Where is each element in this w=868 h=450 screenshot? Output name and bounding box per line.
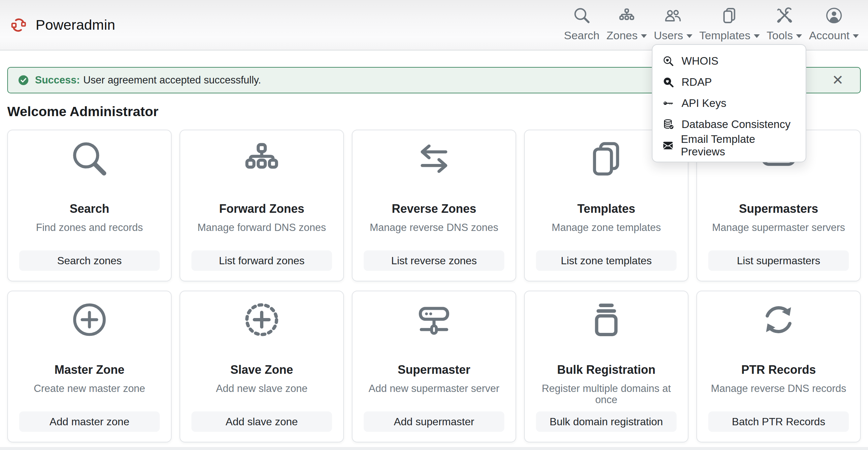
poweradmin-logo-icon [10,16,27,34]
menu-item-email-template-previews[interactable]: Email Template Previews [652,135,806,156]
search-icon [71,139,108,178]
menu-item-label: WHOIS [682,55,718,67]
menu-item-api-keys[interactable]: API Keys [652,93,806,114]
card-subtitle: Manage supermaster servers [712,222,845,233]
footer-strip [0,447,868,450]
card-title: Supermaster [398,363,470,377]
templates-button[interactable]: List zone templates [536,250,677,271]
chevron-down-icon [754,34,760,38]
card-title: Supermasters [739,202,818,216]
card-ptr-records: PTR RecordsManage reverse DNS recordsBat… [696,291,861,442]
search-heart-icon [662,55,674,67]
card-subtitle: Add new slave zone [216,383,307,394]
people-icon [664,7,682,24]
envelope-icon [662,139,674,152]
alert-text: Success:User agreement accepted successf… [35,74,261,86]
card-subtitle: Add new supermaster server [369,383,499,394]
nav-item-zones[interactable]: Zones [607,7,647,50]
card-title: Bulk Registration [557,363,655,377]
nav-item-label: Tools [767,29,793,41]
nav-item-label: Zones [607,29,638,41]
card-title: PTR Records [741,363,816,377]
tools-icon [776,7,793,24]
card-subtitle: Find zones and records [36,222,143,233]
forward-zones-button[interactable]: List forward zones [191,250,332,271]
key-icon [662,97,674,109]
search-icon [573,7,590,24]
card-subtitle: Manage reverse DNS records [711,383,846,394]
card-title: Reverse Zones [392,202,476,216]
bulk-registration-button[interactable]: Bulk domain registration [536,411,677,432]
card-title: Search [70,202,109,216]
nav-item-label: Account [809,29,849,41]
router-icon [415,300,453,339]
tools-dropdown-menu: WHOISRDAPAPI KeysDatabase ConsistencyEma… [652,44,806,162]
reverse-zones-button[interactable]: List reverse zones [364,250,504,271]
arrow-repeat-icon [760,300,797,339]
copy-icon [587,139,625,178]
nav-item-tools[interactable]: Tools [767,7,802,50]
card-title: Forward Zones [219,202,304,216]
chevron-down-icon [641,34,647,38]
nav-item-label: Templates [699,29,750,41]
diagram3-icon [243,139,281,178]
menu-item-database-consistency[interactable]: Database Consistency [652,114,806,135]
nav-item-label: Users [654,29,683,41]
brand-link[interactable]: Poweradmin [10,0,115,50]
nav-item-label: Search [564,29,600,41]
alert-prefix: Success: [35,74,80,86]
menu-item-label: Database Consistency [682,118,790,131]
master-zone-button[interactable]: Add master zone [19,411,160,432]
check-circle-icon [18,74,29,86]
navbar: Poweradmin SearchZonesUsersTemplatesTool… [0,0,868,51]
archive-icon [587,300,625,339]
copy-icon [721,7,738,24]
card-title: Slave Zone [230,363,293,377]
alert-message: User agreement accepted successfully. [83,74,261,86]
diagram3-icon [618,7,635,24]
card-subtitle: Manage forward DNS zones [197,222,326,233]
chevron-down-icon [796,34,802,38]
card-subtitle: Manage zone templates [552,222,661,233]
card-search: SearchFind zones and recordsSearch zones [7,130,172,281]
main-nav: SearchZonesUsersTemplatesToolsAccount [564,0,859,50]
cards-grid: SearchFind zones and recordsSearch zones… [7,130,861,442]
card-bulk-registration: Bulk RegistrationRegister multiple domai… [524,291,688,442]
plus-circle-dotted-icon [243,300,281,339]
alert-close-button[interactable]: ✕ [831,72,845,88]
nav-item-users[interactable]: Users [654,7,692,50]
supermasters-button[interactable]: List supermasters [708,250,849,271]
card-slave-zone: Slave ZoneAdd new slave zoneAdd slave zo… [180,291,344,442]
nav-item-search[interactable]: Search [564,7,600,50]
card-supermaster: SupermasterAdd new supermaster serverAdd… [352,291,516,442]
menu-item-label: API Keys [682,97,726,109]
card-forward-zones: Forward ZonesManage forward DNS zonesLis… [180,130,344,281]
database-check-icon [662,119,674,130]
search-heart-fill-icon [662,76,674,88]
card-title: Master Zone [55,363,124,377]
menu-item-whois[interactable]: WHOIS [652,51,806,72]
chevron-down-icon [686,34,692,38]
nav-item-account[interactable]: Account [809,7,859,50]
menu-item-rdap[interactable]: RDAP [652,72,806,93]
slave-zone-button[interactable]: Add slave zone [191,411,332,432]
card-subtitle: Create new master zone [34,383,145,394]
card-master-zone: Master ZoneCreate new master zoneAdd mas… [7,291,172,442]
card-subtitle: Register multiple domains at once [536,383,677,406]
brand-name: Poweradmin [36,17,115,33]
nav-item-templates[interactable]: Templates [699,7,760,50]
plus-circle-icon [71,300,108,339]
menu-item-label: RDAP [682,76,712,88]
supermaster-button[interactable]: Add supermaster [364,411,504,432]
card-reverse-zones: Reverse ZonesManage reverse DNS zonesLis… [352,130,516,281]
search-button[interactable]: Search zones [19,250,160,271]
card-subtitle: Manage reverse DNS zones [370,222,498,233]
ptr-records-button[interactable]: Batch PTR Records [708,411,849,432]
person-circle-icon [826,7,843,24]
arrow-left-right-icon [415,139,453,178]
chevron-down-icon [853,34,859,38]
poweradmin-dashboard: Poweradmin SearchZonesUsersTemplatesTool… [0,0,868,450]
card-title: Templates [577,202,635,216]
menu-item-label: Email Template Previews [681,133,796,158]
